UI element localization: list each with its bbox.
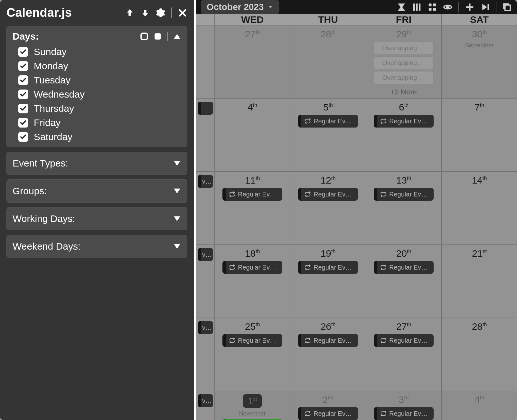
day-checkbox-row[interactable]: Sunday <box>18 46 181 57</box>
fullscreen-icon[interactable] <box>428 2 437 12</box>
day-cell[interactable]: 18thRegular Ev… <box>214 245 290 318</box>
svg-rect-5 <box>429 4 432 6</box>
groups-panel[interactable]: Groups: <box>6 179 187 203</box>
expand-down-icon[interactable] <box>173 159 181 167</box>
day-number: 19th <box>321 248 336 259</box>
event-chip[interactable]: v… <box>198 394 213 407</box>
partial-day-cell[interactable] <box>196 25 214 98</box>
columns-icon[interactable] <box>412 2 422 12</box>
event-chip[interactable]: Overlapping … <box>374 56 434 69</box>
day-cell[interactable]: 19thRegular Ev… <box>290 245 366 318</box>
day-cell[interactable]: 30thSeptember <box>441 25 517 98</box>
day-checkbox-row[interactable]: Saturday <box>18 131 181 142</box>
event-chip[interactable]: Regular Ev… <box>374 188 434 201</box>
event-label: Regular Ev… <box>389 337 428 344</box>
checkbox-icon[interactable] <box>18 118 28 128</box>
event-chip[interactable]: Regular Ev… <box>298 261 358 274</box>
day-cell[interactable]: 25thRegular Ev… <box>214 318 290 391</box>
event-chip[interactable]: Regular Ev… <box>374 115 434 128</box>
partial-day-cell[interactable]: v… <box>196 172 214 244</box>
day-checkbox-row[interactable]: Tuesday <box>18 75 181 86</box>
day-checkbox-row[interactable]: Thursday <box>18 103 181 114</box>
collapse-up-icon[interactable] <box>173 32 181 41</box>
day-cell[interactable]: 29thOverlapping …Overlapping …Overlappin… <box>366 25 441 98</box>
day-cell[interactable]: 21st <box>441 245 517 318</box>
import-down-icon[interactable] <box>140 8 150 18</box>
day-number: 29th <box>396 29 411 40</box>
day-cell[interactable]: 20thRegular Ev… <box>366 245 441 318</box>
day-cell[interactable]: 14th <box>441 172 517 244</box>
checkbox-icon[interactable] <box>18 47 28 57</box>
partial-day-cell[interactable]: v… <box>196 245 214 318</box>
month-selector[interactable]: October 2023 <box>201 0 279 14</box>
close-icon[interactable] <box>178 8 187 18</box>
day-checkbox-row[interactable]: Friday <box>18 117 181 128</box>
play-next-icon[interactable] <box>480 2 490 12</box>
day-cell[interactable]: 28th <box>441 318 517 391</box>
day-cell[interactable]: 27th <box>214 25 290 98</box>
svg-rect-6 <box>433 4 436 6</box>
checkbox-icon[interactable] <box>18 75 28 85</box>
day-cell[interactable]: 1stNovemberFirst Day 1First Day 2Regular… <box>214 391 290 420</box>
event-chip[interactable]: Regular Ev… <box>298 188 358 201</box>
checkbox-icon[interactable] <box>18 104 28 113</box>
day-number: 4th <box>475 394 484 405</box>
restore-icon[interactable] <box>502 2 512 12</box>
event-chip[interactable]: Regular Ev… <box>374 261 434 274</box>
day-cell[interactable]: 4th <box>441 391 517 420</box>
day-checkbox-row[interactable]: Wednesday <box>18 89 181 100</box>
repeat-icon <box>229 191 235 197</box>
day-cell[interactable]: 26thRegular Ev… <box>290 318 366 391</box>
more-events-link[interactable]: +2 More <box>390 88 417 96</box>
settings-gear-icon[interactable] <box>156 8 165 18</box>
checkbox-icon[interactable] <box>18 90 28 99</box>
event-chip[interactable]: Regular Ev… <box>298 115 358 128</box>
day-number: 27th <box>245 29 260 40</box>
event-chip[interactable]: Overlapping … <box>374 71 434 84</box>
day-checkbox-row[interactable]: Monday <box>18 61 181 72</box>
event-chip[interactable]: Regular Ev… <box>298 334 358 347</box>
timeline-icon[interactable] <box>397 2 406 12</box>
svg-rect-1 <box>155 33 161 40</box>
checkbox-icon[interactable] <box>18 132 28 142</box>
event-chip[interactable]: v… <box>198 248 213 261</box>
partial-day-cell[interactable] <box>196 99 214 171</box>
event-chip[interactable]: Regular Ev… <box>222 261 282 274</box>
expand-down-icon[interactable] <box>173 187 181 195</box>
day-cell[interactable]: 27thRegular Ev… <box>366 318 441 391</box>
day-cell[interactable]: 3rdRegular Ev… <box>366 391 441 420</box>
event-label: Overlapping … <box>382 74 425 81</box>
day-cell[interactable]: 12thRegular Ev… <box>290 172 366 244</box>
event-chip[interactable]: v… <box>198 321 213 334</box>
working-days-panel[interactable]: Working Days: <box>6 207 187 230</box>
day-cell[interactable]: 5thRegular Ev… <box>290 99 366 171</box>
event-chip[interactable]: v… <box>198 175 213 188</box>
add-icon[interactable] <box>465 2 475 12</box>
event-types-panel[interactable]: Event Types: <box>6 152 187 175</box>
select-none-icon[interactable] <box>140 32 148 41</box>
day-cell[interactable]: 7th <box>441 99 517 171</box>
event-chip[interactable]: Regular Ev… <box>222 334 282 347</box>
weekend-days-panel[interactable]: Weekend Days: <box>6 235 187 258</box>
partial-day-cell[interactable]: v… <box>196 318 214 391</box>
day-cell[interactable]: 11thRegular Ev… <box>214 172 290 244</box>
partial-day-cell[interactable]: v… <box>196 391 214 420</box>
event-chip[interactable]: Overlapping … <box>374 42 434 54</box>
event-chip[interactable]: Regular Ev… <box>298 407 358 420</box>
day-cell[interactable]: 4th <box>214 99 290 171</box>
event-chip[interactable]: Regular Ev… <box>222 188 282 201</box>
event-label: Regular Ev… <box>238 191 276 198</box>
event-chip[interactable]: Regular Ev… <box>374 334 434 347</box>
event-chip[interactable] <box>198 102 213 115</box>
eye-icon[interactable] <box>443 2 453 12</box>
day-cell[interactable]: 13thRegular Ev… <box>366 172 441 244</box>
export-up-icon[interactable] <box>125 8 135 18</box>
expand-down-icon[interactable] <box>173 242 181 251</box>
expand-down-icon[interactable] <box>173 215 181 223</box>
day-cell[interactable]: 2ndRegular Ev… <box>290 391 366 420</box>
select-all-icon[interactable] <box>154 32 162 41</box>
event-chip[interactable]: Regular Ev… <box>374 407 434 420</box>
day-cell[interactable]: 6thRegular Ev… <box>366 99 441 171</box>
checkbox-icon[interactable] <box>18 61 28 71</box>
day-cell[interactable]: 28th <box>290 25 366 98</box>
